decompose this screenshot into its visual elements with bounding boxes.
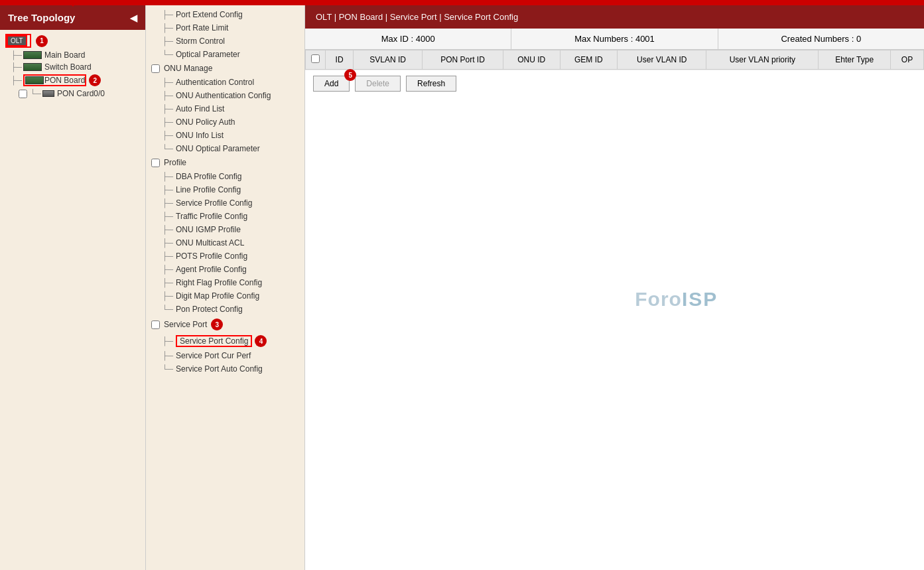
- pon-card-icon: [42, 90, 54, 97]
- top-bar: [0, 0, 924, 5]
- table-header-checkbox: [306, 50, 326, 70]
- nav-panel: ├─ Port Extend Config ├─ Port Rate Limit…: [146, 5, 305, 570]
- nav-authentication-control[interactable]: ├─ Authentication Control: [146, 76, 304, 89]
- watermark: ForoISP: [635, 288, 718, 311]
- switch-board-icon: [23, 63, 42, 71]
- col-onu-id: ONU ID: [503, 50, 560, 70]
- nav-optical-parameter[interactable]: └─ Optical Parameter: [146, 48, 304, 61]
- nav-dba-profile[interactable]: ├─ DBA Profile Config: [146, 170, 304, 183]
- nav-port-rate-limit[interactable]: ├─ Port Rate Limit: [146, 21, 304, 35]
- nav-right-flag-profile[interactable]: ├─ Right Flag Profile Config: [146, 276, 304, 289]
- nav-storm-control[interactable]: ├─ Storm Control: [146, 35, 304, 48]
- max-id-cell: Max ID : 4000: [305, 29, 511, 49]
- sidebar-title: Tree Topology: [8, 12, 75, 23]
- tree-item-switch-board[interactable]: ├─ Switch Board: [0, 61, 145, 73]
- col-id: ID: [326, 50, 354, 70]
- main-content: OLT | PON Board | Service Port | Service…: [305, 5, 924, 570]
- content-area: Max ID : 4000 Max Numbers : 4001 Created…: [305, 29, 924, 570]
- pon-board-label: PON Board: [44, 76, 85, 85]
- col-gem-id: GEM ID: [560, 50, 618, 70]
- max-numbers-cell: Max Numbers : 4001: [511, 29, 718, 49]
- nav-agent-profile[interactable]: ├─ Agent Profile Config: [146, 263, 304, 276]
- nav-auto-find-list[interactable]: ├─ Auto Find List: [146, 102, 304, 115]
- col-user-vlan-id: User VLAN ID: [618, 50, 706, 70]
- nav-service-port-cur-perf[interactable]: ├─ Service Port Cur Perf: [146, 349, 304, 362]
- col-user-vlan-priority: User VLAN priority: [706, 50, 819, 70]
- top-bar-arrow: [66, 0, 80, 7]
- nav-traffic-profile[interactable]: ├─ Traffic Profile Config: [146, 210, 304, 223]
- nav-pots-profile[interactable]: ├─ POTS Profile Config: [146, 249, 304, 263]
- nav-port-extend-config[interactable]: ├─ Port Extend Config: [146, 8, 304, 21]
- onu-manage-checkbox[interactable]: [151, 64, 160, 73]
- tree-item-olt[interactable]: OLT 1: [0, 33, 145, 49]
- nav-service-profile[interactable]: ├─ Service Profile Config: [146, 196, 304, 210]
- profile-label: Profile: [164, 158, 186, 167]
- nav-onu-optical-parameter[interactable]: └─ ONU Optical Parameter: [146, 142, 304, 155]
- pon-card-checkbox[interactable]: [19, 90, 27, 98]
- nav-onu-multicast[interactable]: ├─ ONU Multicast ACL: [146, 236, 304, 249]
- nav-pon-protect[interactable]: └─ Pon Protect Config: [146, 303, 304, 316]
- table-info-bar: Max ID : 4000 Max Numbers : 4001 Created…: [305, 29, 924, 50]
- badge-1: 1: [36, 35, 48, 47]
- add-button[interactable]: Add: [313, 76, 350, 92]
- refresh-button[interactable]: Refresh: [406, 76, 456, 92]
- sidebar-header: Tree Topology ◀: [0, 5, 145, 30]
- sidebar-tree: OLT 1 ├─ Main Board ├─ Switch Board ├─: [0, 30, 145, 570]
- nav-service-port-config[interactable]: ├─ Service Port Config 4: [146, 333, 304, 349]
- pon-board-icon: [25, 76, 44, 84]
- select-all-checkbox[interactable]: [311, 54, 320, 63]
- switch-board-label: Switch Board: [44, 62, 92, 72]
- data-table: ID SVLAN ID PON Port ID ONU ID GEM ID Us…: [305, 50, 924, 70]
- olt-label: OLT: [7, 35, 27, 46]
- created-numbers-cell: Created Numbers : 0: [718, 29, 924, 49]
- sidebar-collapse-icon[interactable]: ◀: [130, 13, 137, 23]
- nav-onu-igmp[interactable]: ├─ ONU IGMP Profile: [146, 223, 304, 236]
- nav-section-onu-manage[interactable]: ONU Manage: [146, 61, 304, 76]
- nav-digit-map-profile[interactable]: ├─ Digit Map Profile Config: [146, 289, 304, 303]
- badge-4: 4: [255, 335, 267, 347]
- col-ehter-type: Ehter Type: [819, 50, 891, 70]
- main-board-icon: [23, 51, 42, 59]
- col-op: OP: [891, 50, 924, 70]
- nav-section-profile[interactable]: Profile: [146, 155, 304, 170]
- nav-onu-policy-auth[interactable]: ├─ ONU Policy Auth: [146, 115, 304, 129]
- profile-checkbox[interactable]: [151, 159, 160, 167]
- badge-3: 3: [211, 319, 223, 330]
- nav-service-port-auto-config[interactable]: └─ Service Port Auto Config: [146, 362, 304, 376]
- service-port-label: Service Port: [164, 320, 207, 329]
- service-port-config-label: Service Port Config: [177, 336, 251, 346]
- breadcrumb: OLT | PON Board | Service Port | Service…: [305, 5, 924, 29]
- tree-item-pon-card[interactable]: └─ PON Card0/0: [0, 88, 145, 100]
- col-pon-port-id: PON Port ID: [423, 50, 503, 70]
- tree-item-pon-board[interactable]: ├─ PON Board 2: [0, 73, 145, 88]
- pon-card-label: PON Card0/0: [57, 89, 105, 98]
- main-board-label: Main Board: [44, 50, 85, 60]
- action-bar: Add 5 Delete Refresh: [305, 70, 924, 97]
- service-port-checkbox[interactable]: [151, 321, 160, 329]
- sidebar: Tree Topology ◀ OLT 1 ├─ Main Board: [0, 5, 146, 570]
- nav-onu-auth-config[interactable]: ├─ ONU Authentication Config: [146, 89, 304, 102]
- badge-2: 2: [89, 74, 101, 86]
- delete-button[interactable]: Delete: [355, 76, 401, 92]
- tree-item-main-board[interactable]: ├─ Main Board: [0, 49, 145, 61]
- nav-onu-info-list[interactable]: ├─ ONU Info List: [146, 129, 304, 142]
- nav-line-profile[interactable]: ├─ Line Profile Config: [146, 183, 304, 196]
- nav-section-service-port[interactable]: Service Port 3: [146, 316, 304, 333]
- col-svlan-id: SVLAN ID: [354, 50, 423, 70]
- onu-manage-label: ONU Manage: [164, 64, 212, 73]
